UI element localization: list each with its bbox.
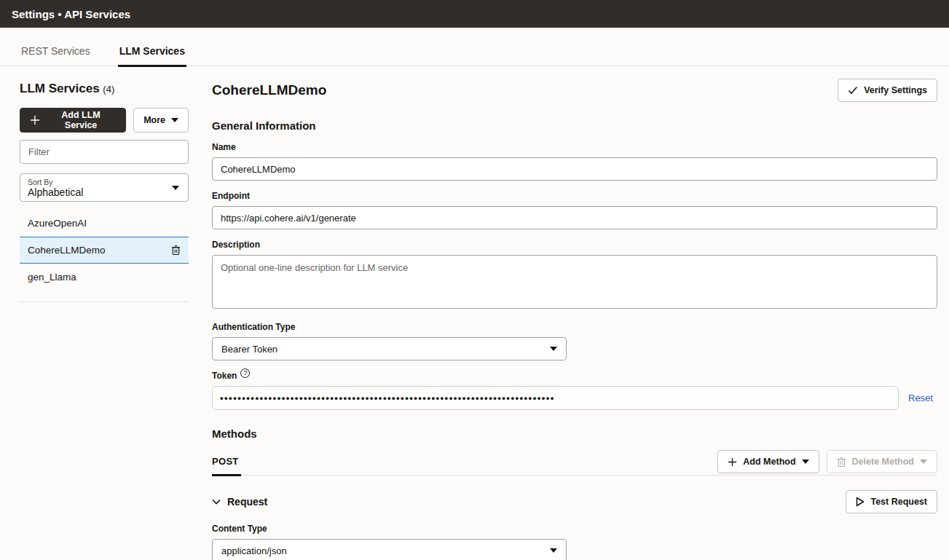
content-type-select[interactable]: application/json (212, 539, 567, 560)
play-icon (856, 497, 865, 507)
content-type-label: Content Type (212, 524, 937, 534)
name-label: Name (212, 142, 937, 152)
sort-by-label: Sort By (28, 178, 83, 186)
service-count: (4) (103, 84, 114, 95)
methods-tab-bar: POST Add Method (212, 450, 937, 476)
page-content: LLM Services (4) Add LLM Service More So… (0, 66, 949, 560)
llm-service-list: AzureOpenAI CohereLLMDemo gen_Llama (20, 210, 189, 302)
llm-services-sidebar: LLM Services (4) Add LLM Service More So… (20, 66, 189, 560)
tab-rest-services[interactable]: REST Services (20, 42, 92, 66)
sort-by-value: Alphabetical (28, 186, 83, 198)
chevron-down-icon (212, 499, 221, 505)
authentication-type-label: Authentication Type (212, 322, 937, 332)
more-button[interactable]: More (133, 108, 189, 133)
tab-llm-services[interactable]: LLM Services (118, 42, 186, 67)
general-information-heading: General Information (212, 119, 937, 132)
chevron-down-icon (172, 186, 179, 190)
description-label: Description (212, 240, 937, 250)
authentication-type-select[interactable]: Bearer Token (212, 337, 567, 360)
list-item-gen-llama[interactable]: gen_Llama (20, 264, 189, 291)
help-icon[interactable]: ? (240, 368, 250, 378)
chevron-down-icon (550, 548, 557, 553)
test-request-button[interactable]: Test Request (846, 490, 937, 513)
methods-heading: Methods (212, 427, 937, 440)
chevron-down-icon (802, 460, 809, 464)
list-divider (20, 301, 189, 302)
plus-icon (30, 115, 40, 125)
name-field[interactable] (212, 157, 937, 181)
chevron-down-icon (171, 118, 178, 122)
chevron-down-icon (920, 460, 927, 464)
token-field[interactable]: ••••••••••••••••••••••••••••••••••••••••… (212, 386, 899, 410)
reset-link[interactable]: Reset (908, 393, 937, 403)
chevron-down-icon (550, 347, 557, 351)
token-label: Token ? (212, 371, 937, 381)
list-item-azureopenai[interactable]: AzureOpenAI (20, 210, 189, 237)
add-llm-service-button[interactable]: Add LLM Service (20, 108, 126, 133)
request-section-toggle[interactable]: Request (212, 496, 267, 508)
trash-icon[interactable] (171, 245, 181, 256)
top-header-bar: Settings • API Services (0, 0, 949, 28)
list-item-coherellmdemo[interactable]: CohereLLMDemo (20, 237, 189, 264)
add-method-button[interactable]: Add Method (717, 450, 819, 473)
filter-input[interactable] (20, 140, 189, 164)
page-title: CohereLLMDemo (212, 82, 326, 98)
description-field[interactable] (212, 255, 937, 309)
breadcrumb: Settings • API Services (12, 8, 130, 20)
tab-post-method[interactable]: POST (212, 450, 241, 476)
sort-by-select[interactable]: Sort By Alphabetical (20, 173, 189, 202)
checkmark-icon (848, 86, 858, 95)
plus-icon (728, 457, 737, 467)
delete-method-button[interactable]: Delete Method (827, 450, 937, 473)
trash-icon (837, 457, 846, 468)
verify-settings-button[interactable]: Verify Settings (838, 79, 937, 102)
sidebar-title: LLM Services (4) (20, 82, 189, 96)
service-detail-panel: CohereLLMDemo Verify Settings General In… (212, 66, 937, 560)
tab-bar: REST Services LLM Services (0, 42, 949, 66)
endpoint-field[interactable] (212, 206, 937, 229)
endpoint-label: Endpoint (212, 191, 937, 201)
